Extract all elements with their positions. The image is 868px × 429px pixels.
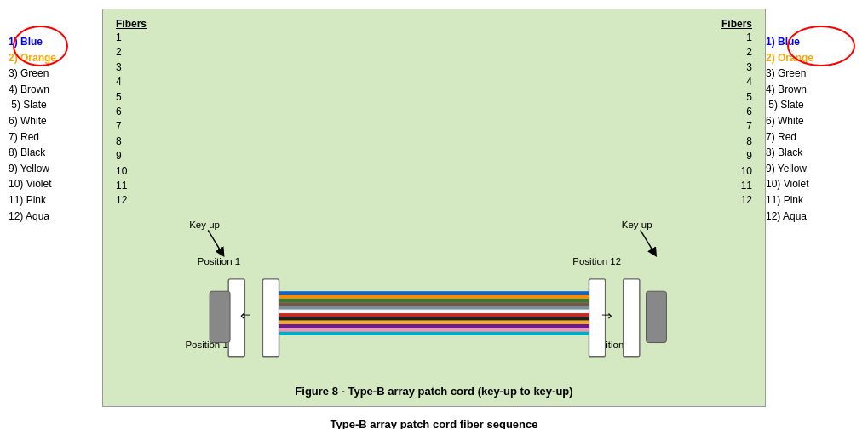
left-item-2: 2) Orange (9, 50, 102, 66)
right-fiber-4: 4 (721, 75, 752, 89)
right-connector-end (647, 291, 667, 342)
fiber-aqua (279, 331, 589, 335)
left-arrows: ⇐ (240, 307, 251, 322)
right-item-4: 4) Brown (766, 82, 859, 98)
right-item-8: 8) Black (766, 145, 859, 161)
connector-diagram: Key up Key up Position 1 Position 12 (116, 210, 752, 380)
fibers-row: Fibers 1 2 3 4 5 6 7 8 9 10 11 12 (116, 18, 752, 209)
right-arrows: ⇒ (601, 307, 612, 322)
fiber-slate (279, 306, 589, 309)
left-fiber-4: 4 (116, 75, 147, 89)
left-item-10: 10) Violet (9, 176, 102, 192)
fiber-white (279, 309, 589, 312)
fiber-black (279, 317, 589, 320)
left-fiber-6: 6 (116, 105, 147, 119)
left-fibers-label: Fibers (116, 18, 147, 30)
fiber-orange (279, 295, 589, 298)
right-fiber-5: 5 (721, 90, 752, 105)
fiber-red (279, 313, 589, 317)
right-fiber-10: 10 (721, 164, 752, 179)
right-item-9: 9) Yellow (766, 161, 859, 177)
left-item-4: 4) Brown (9, 82, 102, 98)
right-fiber-7: 7 (721, 119, 752, 134)
right-fibers-col: Fibers 1 2 3 4 5 6 7 8 9 10 11 12 (721, 18, 752, 209)
right-item-12: 12) Aqua (766, 209, 859, 225)
left-item-5: 5) Slate (9, 97, 102, 113)
left-fiber-2: 2 (116, 45, 147, 60)
right-fiber-8: 8 (721, 134, 752, 149)
left-item-6: 6) White (9, 113, 102, 129)
fiber-violet (279, 324, 589, 328)
push-left-rect (262, 279, 279, 357)
fiber-pink (279, 328, 589, 331)
right-item-6: 6) White (766, 113, 859, 129)
left-item-9: 9) Yellow (9, 161, 102, 177)
left-fiber-11: 11 (116, 179, 147, 193)
left-fiber-12: 12 (116, 193, 147, 208)
pull-right-rect (624, 279, 640, 357)
diagram-area: Fibers 1 2 3 4 5 6 7 8 9 10 11 12 (102, 9, 766, 407)
fiber-brown (279, 302, 589, 306)
left-fiber-numbers: 1 2 3 4 5 6 7 8 9 10 11 12 (116, 31, 147, 209)
right-fiber-12: 12 (721, 193, 752, 208)
left-fibers-col: Fibers 1 2 3 4 5 6 7 8 9 10 11 12 (116, 18, 147, 209)
right-fiber-numbers: 1 2 3 4 5 6 7 8 9 10 11 12 (721, 31, 752, 209)
right-fiber-1: 1 (721, 31, 752, 45)
left-item-1: 1) Blue (9, 34, 102, 50)
left-item-12: 12) Aqua (9, 209, 102, 225)
left-fiber-9: 9 (116, 149, 147, 163)
left-item-7: 7) Red (9, 129, 102, 146)
diagram-caption: Figure 8 - Type-B array patch cord (key-… (116, 380, 752, 402)
right-item-10: 10) Violet (766, 176, 859, 192)
fiber-yellow (279, 320, 589, 323)
right-item-7: 7) Red (766, 129, 859, 146)
right-fiber-6: 6 (721, 105, 752, 119)
left-fiber-7: 7 (116, 119, 147, 134)
right-fiber-2: 2 (721, 45, 752, 60)
position1-left-label: Position 1 (198, 255, 240, 266)
table-section: Type-B array patch cord fiber sequence N… (102, 414, 766, 429)
left-fiber-8: 8 (116, 134, 147, 149)
key-up-right-label: Key up (622, 220, 652, 230)
right-item-3: 3) Green (766, 66, 859, 82)
left-fiber-5: 5 (116, 90, 147, 105)
left-fiber-1: 1 (116, 31, 147, 45)
left-sidebar: 1) Blue 2) Orange 3) Green 4) Brown 5) S… (9, 9, 102, 420)
right-item-11: 11) Pink (766, 192, 859, 209)
key-up-left-label: Key up (189, 220, 220, 230)
left-item-8: 8) Black (9, 145, 102, 161)
position12-right-label: Position 12 (572, 255, 621, 266)
left-fiber-10: 10 (116, 164, 147, 179)
left-connector-end (210, 291, 230, 342)
svg-line-1 (641, 230, 654, 253)
svg-line-0 (208, 230, 221, 253)
main-content: Fibers 1 2 3 4 5 6 7 8 9 10 11 12 (102, 9, 766, 420)
right-item-5: 5) Slate (766, 97, 859, 113)
fiber-blue (279, 291, 589, 295)
left-fiber-3: 3 (116, 60, 147, 75)
left-item-3: 3) Green (9, 66, 102, 82)
right-item-2: 2) Orange (766, 50, 859, 66)
connector-svg: Key up Key up Position 1 Position 12 (116, 210, 752, 380)
right-fibers-label: Fibers (721, 18, 752, 30)
right-fiber-3: 3 (721, 60, 752, 75)
right-fiber-9: 9 (721, 149, 752, 163)
right-item-1: 1) Blue (766, 34, 859, 50)
right-sidebar: 1) Blue 2) Orange 3) Green 4) Brown 5) S… (766, 9, 859, 420)
right-fiber-11: 11 (721, 179, 752, 193)
fiber-green (279, 299, 589, 302)
left-item-11: 11) Pink (9, 192, 102, 209)
table-title: Type-B array patch cord fiber sequence (102, 418, 766, 429)
